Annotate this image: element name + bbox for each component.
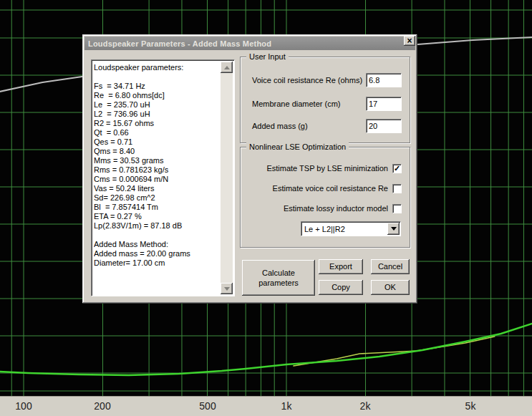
parameter-line: Mms = 30.53 grams <box>94 156 218 165</box>
x-axis-strip: 1002005001k2k5k <box>0 396 532 416</box>
calculate-parameters-button[interactable]: Calculate parameters <box>242 260 315 296</box>
user-input-row: Membrane diameter (cm) <box>252 97 402 111</box>
lse-optimization-group: Nonlinear LSE Optimization Estimate TSP … <box>240 147 410 248</box>
checkbox-checked[interactable]: ✓ <box>392 164 402 173</box>
parameter-line: Re = 6.80 ohms[dc] <box>94 91 218 100</box>
parameter-line: Diameter= 17.00 cm <box>94 258 218 268</box>
x-axis-tick-label: 2k <box>360 400 371 412</box>
parameter-line: Added mass = 20.00 grams <box>94 249 218 258</box>
lse-option-row: Estimate lossy inductor model <box>248 203 402 213</box>
field-label: Added mass (g) <box>252 122 366 130</box>
listbox-scrollbar[interactable] <box>221 62 233 294</box>
close-button[interactable]: × <box>404 36 415 46</box>
x-axis-tick-label: 500 <box>199 400 216 412</box>
parameter-line: Vas = 50.24 liters <box>94 184 218 193</box>
field-input[interactable] <box>366 73 402 87</box>
checkbox-unchecked[interactable] <box>392 184 402 193</box>
combobox-dropdown-button[interactable] <box>387 223 400 235</box>
parameter-line: Le = 235.70 uH <box>94 100 218 110</box>
parameter-line: Rms = 0.781623 kg/s <box>94 165 218 175</box>
field-label: Voice coil resistance Re (ohms) <box>252 76 366 84</box>
parameters-text: Loudspeaker parameters: Fs = 34.71 HzRe … <box>94 63 218 294</box>
parameter-line <box>94 231 218 240</box>
user-input-group: User Input Voice coil resistance Re (ohm… <box>240 57 410 143</box>
checkbox-label: Estimate lossy inductor model <box>284 204 388 213</box>
scroll-down-button[interactable] <box>221 283 233 294</box>
checkbox-unchecked[interactable] <box>392 204 402 213</box>
field-label: Membrane diameter (cm) <box>252 100 366 108</box>
copy-button[interactable]: Copy <box>319 280 363 295</box>
dialog-titlebar[interactable]: Loudspeaker Parameters - Added Mass Meth… <box>84 37 415 50</box>
inductor-model-combobox[interactable]: Le + L2||R2 <box>301 221 401 236</box>
arrow-down-icon <box>224 287 230 291</box>
checkbox-label: Estimate TSP by LSE minimization <box>266 164 388 173</box>
user-input-row: Voice coil resistance Re (ohms) <box>252 73 402 87</box>
parameter-line: Sd= 226.98 cm^2 <box>94 193 218 203</box>
field-input[interactable] <box>366 119 402 133</box>
lse-option-row: Estimate voice coil resistance Re <box>248 183 402 193</box>
ok-button[interactable]: OK <box>371 280 410 295</box>
parameter-line: Bl = 7.857414 Tm <box>94 203 218 212</box>
dialog-title: Loudspeaker Parameters - Added Mass Meth… <box>88 39 271 48</box>
arrow-up-icon <box>224 66 230 69</box>
parameter-line: Lp(2.83V/1m) = 87.18 dB <box>94 221 218 231</box>
x-axis-tick-label: 5k <box>465 400 476 412</box>
x-axis-tick-label: 200 <box>94 400 110 412</box>
parameter-line: R2 = 15.67 ohms <box>94 119 218 128</box>
parameter-line: Cms = 0.000694 m/N <box>94 175 218 184</box>
export-button[interactable]: Export <box>319 259 363 274</box>
lse-group-title: Nonlinear LSE Optimization <box>246 142 349 151</box>
parameter-line: Fs = 34.71 Hz <box>94 82 218 91</box>
parameter-line: Qt = 0.66 <box>94 128 218 137</box>
limp-app-window: 1002005001k2k5k Loudspeaker Parameters -… <box>0 0 532 416</box>
x-axis-tick-label: 1k <box>281 400 292 412</box>
parameter-line: Qms = 8.40 <box>94 147 218 156</box>
chevron-down-icon <box>391 227 397 231</box>
user-input-row: Added mass (g) <box>252 119 402 133</box>
parameter-line: Qes = 0.71 <box>94 137 218 147</box>
parameter-line: Added Mass Method: <box>94 240 218 249</box>
inductor-model-value: Le + L2||R2 <box>301 225 387 233</box>
parameters-listbox[interactable]: Loudspeaker parameters: Fs = 34.71 HzRe … <box>91 59 235 296</box>
user-input-group-title: User Input <box>246 52 289 61</box>
x-axis-tick-label: 100 <box>15 400 32 412</box>
loudspeaker-parameters-dialog: Loudspeaker Parameters - Added Mass Meth… <box>82 34 417 304</box>
parameter-line: L2 = 736.96 uH <box>94 110 218 119</box>
close-icon: × <box>407 37 412 45</box>
cancel-button[interactable]: Cancel <box>371 259 410 274</box>
parameter-line <box>94 72 218 82</box>
scroll-up-button[interactable] <box>221 62 233 73</box>
parameter-line: ETA = 0.27 % <box>94 212 218 221</box>
lse-option-row: Estimate TSP by LSE minimization✓ <box>248 163 402 173</box>
field-input[interactable] <box>366 97 402 111</box>
checkbox-label: Estimate voice coil resistance Re <box>273 184 388 193</box>
parameter-line: Loudspeaker parameters: <box>94 63 218 72</box>
